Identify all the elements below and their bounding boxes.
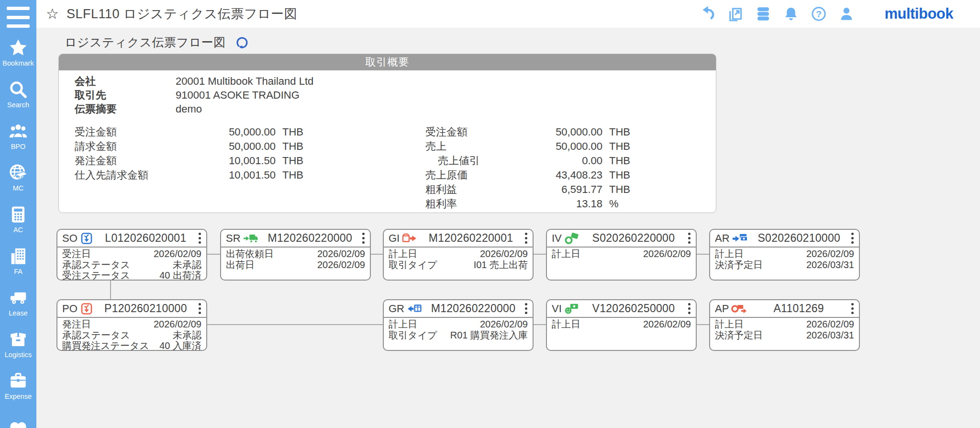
sidebar-item-fa[interactable]: FA bbox=[0, 246, 36, 278]
app-root: Bookmark Search BPO MC bbox=[0, 0, 980, 428]
user-icon[interactable] bbox=[838, 6, 855, 22]
doc-card-gr[interactable]: GR M120260220000 計上日2026/02/09 取引タイプR01 … bbox=[383, 299, 534, 351]
kebab-menu-icon[interactable] bbox=[850, 301, 855, 316]
field-value: 50,000.00 bbox=[194, 140, 276, 153]
sidebar-item-label: MC bbox=[13, 184, 24, 192]
doc-card-body: 計上日2026/02/09 bbox=[547, 318, 696, 330]
doc-card-header: AP A1101269 bbox=[710, 300, 859, 318]
sales-order-icon bbox=[79, 232, 94, 245]
doc-number[interactable]: P120260210000 bbox=[96, 302, 196, 315]
doc-card-ap[interactable]: AP A1101269 計上日2026/02/09 決済予定日2026/03/3… bbox=[709, 299, 860, 351]
kebab-menu-icon[interactable] bbox=[524, 231, 528, 246]
field-label: 発注日 bbox=[62, 319, 91, 330]
field-value: 40 出荷済 bbox=[159, 270, 201, 281]
kebab-menu-icon[interactable] bbox=[198, 301, 202, 316]
field-value: 2026/02/09 bbox=[317, 259, 365, 270]
doc-number[interactable]: M120260220000 bbox=[424, 302, 522, 315]
doc-type-label: AR bbox=[715, 232, 730, 245]
connector-line bbox=[207, 324, 383, 325]
undo-icon[interactable] bbox=[700, 6, 716, 22]
sidebar-item-search[interactable]: Search bbox=[0, 79, 36, 111]
doc-number[interactable]: M120260220001 bbox=[420, 232, 522, 245]
doc-type-label: SR bbox=[226, 232, 241, 245]
doc-card-header: GR M120260220000 bbox=[384, 300, 533, 318]
goods-receipt-icon bbox=[406, 302, 423, 315]
external-link-icon[interactable] bbox=[727, 6, 744, 22]
amount-row: 売上原価43,408.23THB bbox=[425, 168, 630, 182]
amount-row: 売上50,000.00THB bbox=[425, 139, 630, 154]
sidebar-item-bookmark[interactable]: Bookmark bbox=[0, 38, 36, 69]
currency-unit: THB bbox=[282, 155, 303, 167]
doc-card-gi[interactable]: GI M120260220001 計上日2026/02/09 取引タイプI01 … bbox=[383, 229, 534, 281]
kebab-menu-icon[interactable] bbox=[524, 301, 528, 316]
field-value: 2026/02/09 bbox=[806, 319, 854, 330]
field-label: 取引先 bbox=[75, 88, 176, 102]
kebab-menu-icon[interactable] bbox=[198, 231, 202, 246]
doc-card-header: PO P120260210000 bbox=[57, 300, 206, 318]
kebab-menu-icon[interactable] bbox=[361, 231, 366, 246]
connector-line bbox=[697, 324, 709, 325]
doc-card-body: 計上日2026/02/09 決済予定日2026/03/31 bbox=[710, 318, 859, 340]
doc-type-label: SO bbox=[62, 232, 78, 245]
doc-card-ar[interactable]: AR S020260210000 計上日2026/02/09 決済予定日2026… bbox=[709, 229, 860, 281]
doc-number[interactable]: A1101269 bbox=[749, 302, 848, 315]
field-value: 未承認 bbox=[173, 330, 201, 341]
sidebar-item-mc[interactable]: MC bbox=[0, 163, 36, 194]
sidebar-item-bpo[interactable]: BPO bbox=[0, 121, 36, 153]
info-row: 伝票摘要demo bbox=[75, 102, 202, 116]
accounts-payable-icon bbox=[731, 302, 747, 315]
bookmark-star-icon bbox=[8, 38, 28, 58]
kebab-menu-icon[interactable] bbox=[687, 301, 691, 316]
help-icon[interactable]: ? bbox=[811, 6, 827, 22]
sidebar-item-lease[interactable]: Lease bbox=[0, 288, 36, 319]
amount-row: 粗利率13.18% bbox=[425, 197, 619, 211]
sidebar-item-ac[interactable]: AC bbox=[0, 204, 36, 236]
field-label: 出荷日 bbox=[226, 259, 255, 270]
doc-card-so[interactable]: SO L012026020001 受注日2026/02/09 承認ステータス未承… bbox=[56, 229, 207, 281]
doc-card-sr[interactable]: SR M120260220000 出荷依頼日2026/02/09 出荷日2026… bbox=[220, 229, 371, 281]
sidebar-item-logistics[interactable]: Logistics bbox=[0, 329, 36, 361]
doc-number[interactable]: L012026020001 bbox=[96, 232, 196, 245]
search-icon bbox=[8, 79, 28, 100]
doc-card-po[interactable]: PO P120260210000 発注日2026/02/09 承認ステータス未承… bbox=[56, 299, 207, 351]
field-value: R01 購買発注入庫 bbox=[450, 330, 528, 341]
doc-number[interactable]: V120260250000 bbox=[582, 302, 685, 315]
building-icon bbox=[8, 246, 28, 266]
page-title: SLFL110 ロジスティクス伝票フロー図 bbox=[67, 5, 297, 23]
doc-number[interactable]: S020260210000 bbox=[750, 232, 848, 245]
field-value: 2026/02/09 bbox=[154, 319, 201, 330]
field-label: 決済予定日 bbox=[715, 330, 763, 341]
kebab-menu-icon[interactable] bbox=[850, 231, 855, 246]
field-value: 2026/02/09 bbox=[643, 319, 691, 330]
doc-card-iv[interactable]: IV S020260220000 計上日2026/02/09 bbox=[546, 229, 697, 281]
hamburger-menu-icon[interactable] bbox=[7, 7, 30, 28]
doc-number[interactable]: M120260220000 bbox=[261, 232, 359, 245]
field-label: 仕入先請求金額 bbox=[75, 168, 194, 182]
field-value: 2026/02/09 bbox=[154, 248, 201, 259]
sidebar-item-expense[interactable]: Expense bbox=[0, 371, 36, 403]
amount-row: 仕入先請求金額10,001.50THB bbox=[75, 168, 303, 182]
field-label: 計上日 bbox=[552, 248, 580, 259]
doc-card-body: 計上日2026/02/09 bbox=[547, 248, 696, 259]
transaction-summary-panel: 取引概要 会社20001 Multibook Thailand Ltd 取引先9… bbox=[58, 54, 716, 213]
sidebar-item-label: AC bbox=[13, 226, 23, 234]
field-label: 売上値引 bbox=[438, 154, 516, 168]
refresh-icon[interactable] bbox=[234, 35, 249, 50]
bell-icon[interactable] bbox=[783, 6, 799, 22]
field-label: 計上日 bbox=[715, 248, 744, 259]
doc-type-label: AP bbox=[715, 303, 729, 315]
kebab-menu-icon[interactable] bbox=[687, 231, 691, 246]
field-value: 2026/02/09 bbox=[317, 248, 365, 259]
amount-row: 粗利益6,591.77THB bbox=[425, 182, 630, 197]
field-value: 未承認 bbox=[173, 259, 201, 270]
doc-type-label: GR bbox=[389, 303, 404, 315]
field-value: 6,591.77 bbox=[516, 183, 602, 196]
doc-card-vi[interactable]: VI V120260250000 計上日2026/02/09 bbox=[546, 299, 697, 351]
database-icon[interactable] bbox=[755, 6, 771, 22]
field-value: 50,000.00 bbox=[194, 126, 276, 138]
doc-number[interactable]: S020260220000 bbox=[582, 232, 685, 245]
doc-type-label: PO bbox=[62, 303, 78, 315]
field-label: 出荷依頼日 bbox=[226, 248, 274, 259]
star-outline-icon[interactable]: ☆ bbox=[46, 7, 59, 21]
truck-icon bbox=[8, 288, 28, 308]
